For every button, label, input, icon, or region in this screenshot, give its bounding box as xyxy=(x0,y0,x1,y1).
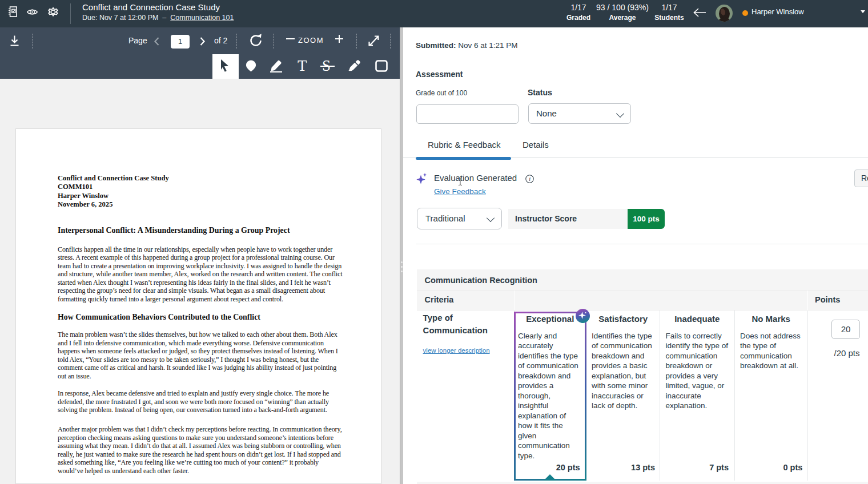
svg-text:i: i xyxy=(529,176,531,182)
